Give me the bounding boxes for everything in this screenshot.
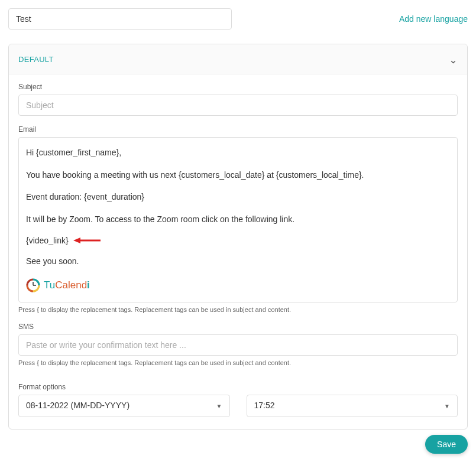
date-format-select[interactable]: 08-11-2022 (MM-DD-YYYY) ▼ xyxy=(18,395,230,417)
panel-title: DEFAULT xyxy=(18,55,54,64)
chevron-up-icon: ⌃ xyxy=(449,53,458,66)
subject-label: Subject xyxy=(18,83,458,91)
caret-down-icon: ▼ xyxy=(216,402,222,409)
logo-text-tu: Tu xyxy=(44,279,55,291)
add-language-link[interactable]: Add new language xyxy=(399,14,468,24)
date-format-value: 08-11-2022 (MM-DD-YYYY) xyxy=(26,401,129,410)
email-line: It will be by Zoom. To access to the Zoo… xyxy=(26,214,450,226)
title-input[interactable] xyxy=(8,8,232,30)
time-format-select[interactable]: 17:52 ▼ xyxy=(247,395,458,417)
logo-text-i: i xyxy=(87,279,90,291)
subject-input[interactable] xyxy=(18,95,458,116)
format-label: Format options xyxy=(18,383,458,391)
email-label: Email xyxy=(18,125,458,134)
panel-header[interactable]: DEFAULT ⌃ xyxy=(9,44,467,74)
email-line: See you soon. xyxy=(26,256,450,268)
email-editor[interactable]: Hi {customer_first_name}, You have booki… xyxy=(18,137,458,302)
email-hint: Press { to display the replacement tags.… xyxy=(18,306,458,313)
email-line: Event duration: {event_duration} xyxy=(26,191,450,203)
sms-label: SMS xyxy=(18,323,458,331)
annotation-arrow-icon xyxy=(73,236,101,245)
panel-body: Subject Email Hi {customer_first_name}, … xyxy=(9,74,467,429)
sms-hint: Press { to display the replacement tags.… xyxy=(18,359,458,366)
svg-marker-1 xyxy=(73,237,80,243)
logo-text-calend: Calend xyxy=(55,279,87,291)
tucalendi-dial-icon xyxy=(26,278,40,292)
caret-down-icon: ▼ xyxy=(444,402,450,409)
video-link-tag: {video_link} xyxy=(26,236,69,245)
video-link-row: {video_link} xyxy=(26,236,450,245)
time-format-value: 17:52 xyxy=(254,401,275,410)
sms-input[interactable] xyxy=(18,334,458,356)
default-panel: DEFAULT ⌃ Subject Email Hi {customer_fir… xyxy=(8,44,468,430)
save-button[interactable]: Save xyxy=(425,435,468,438)
email-line: You have booking a meeting with us next … xyxy=(26,170,450,181)
email-line: Hi {customer_first_name}, xyxy=(26,147,450,159)
tucalendi-logo: TuCalendi xyxy=(26,278,450,292)
